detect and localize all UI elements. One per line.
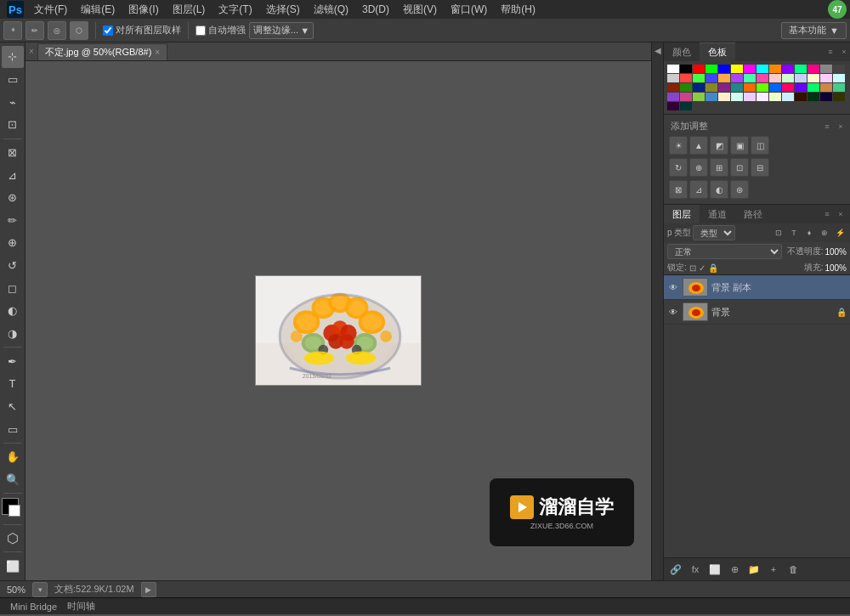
color-swatch[interactable] bbox=[731, 74, 743, 82]
color-swatch[interactable] bbox=[782, 74, 794, 82]
adj-threshold[interactable]: ◐ bbox=[710, 180, 728, 199]
color-swatch[interactable] bbox=[756, 74, 768, 82]
color-swatch[interactable] bbox=[820, 65, 832, 73]
adj-brightness[interactable]: ☀ bbox=[669, 136, 688, 155]
tab-swatches[interactable]: 色板 bbox=[700, 42, 735, 61]
layer-fx-btn[interactable]: fx bbox=[687, 561, 704, 578]
layer-new-btn[interactable]: + bbox=[765, 561, 782, 578]
color-swatch[interactable] bbox=[769, 65, 781, 73]
layer-visibility-0[interactable]: 👁 bbox=[667, 281, 679, 293]
layer-link-btn[interactable]: 🔗 bbox=[667, 561, 684, 578]
menu-file[interactable]: 文件(F) bbox=[27, 1, 74, 19]
checkbox-auto-enhance[interactable]: 自动增强 bbox=[196, 24, 246, 37]
color-swatch[interactable] bbox=[769, 74, 781, 82]
color-swatch[interactable] bbox=[756, 93, 768, 101]
layer-item-1[interactable]: 👁 背景 🔒 bbox=[664, 300, 850, 325]
doc-info-btn[interactable]: ▶ bbox=[141, 582, 156, 597]
color-swatch[interactable] bbox=[731, 93, 743, 101]
tool-lasso[interactable]: ⌁ bbox=[2, 91, 24, 113]
layers-tab-paths[interactable]: 路径 bbox=[735, 205, 771, 223]
mini-bridge-btn[interactable]: Mini Bridge bbox=[5, 602, 62, 612]
color-swatch[interactable] bbox=[718, 83, 730, 92]
color-swatch[interactable] bbox=[795, 65, 807, 73]
color-swatch[interactable] bbox=[833, 83, 845, 92]
panel-menu-icon[interactable]: ≡ bbox=[824, 46, 836, 58]
color-swatch[interactable] bbox=[782, 65, 794, 73]
color-swatch[interactable] bbox=[820, 83, 832, 92]
adj-hsl[interactable]: ↻ bbox=[669, 158, 688, 177]
blend-mode-dropdown[interactable]: 正常 bbox=[667, 244, 782, 259]
color-swatch[interactable] bbox=[693, 93, 705, 101]
layers-tab-layers[interactable]: 图层 bbox=[664, 205, 700, 223]
timeline-btn[interactable]: 时间轴 bbox=[62, 600, 100, 613]
color-swatch[interactable] bbox=[833, 93, 845, 101]
tool-shape[interactable]: ▭ bbox=[2, 418, 24, 440]
adj-close-icon[interactable]: × bbox=[835, 121, 847, 133]
color-swatch[interactable] bbox=[667, 74, 679, 82]
tool-options-brush1[interactable]: ⌖ bbox=[3, 21, 22, 40]
tab-color[interactable]: 颜色 bbox=[664, 42, 700, 61]
color-swatch[interactable] bbox=[718, 74, 730, 82]
menu-window[interactable]: 窗口(W) bbox=[444, 1, 494, 19]
color-swatch[interactable] bbox=[808, 65, 819, 73]
color-swatch[interactable] bbox=[718, 93, 730, 101]
tool-quick-mask[interactable]: ⬡ bbox=[2, 528, 24, 550]
tool-spot-heal[interactable]: ⊛ bbox=[2, 187, 24, 209]
menu-filter[interactable]: 滤镜(Q) bbox=[307, 1, 355, 19]
color-swatch[interactable] bbox=[731, 83, 743, 92]
close-btn[interactable]: × bbox=[29, 47, 34, 56]
color-swatch[interactable] bbox=[680, 102, 692, 110]
menu-edit[interactable]: 编辑(E) bbox=[74, 1, 122, 19]
menu-help[interactable]: 帮助(H) bbox=[494, 1, 542, 19]
adj-vibrance[interactable]: ◫ bbox=[751, 136, 769, 155]
tool-move[interactable]: ⊹ bbox=[2, 46, 24, 68]
filter-type-dropdown[interactable]: 类型 bbox=[693, 225, 735, 240]
workspace-dropdown[interactable]: 基本功能 ▼ bbox=[781, 22, 847, 39]
menu-layer[interactable]: 图层(L) bbox=[166, 1, 212, 19]
color-swatch[interactable] bbox=[706, 74, 717, 82]
panel-collapse-button[interactable]: ◀ bbox=[651, 42, 663, 580]
color-swatch[interactable] bbox=[667, 83, 679, 92]
color-swatch[interactable] bbox=[795, 83, 807, 92]
adj-levels[interactable]: ▲ bbox=[689, 136, 708, 155]
menu-view[interactable]: 视图(V) bbox=[396, 1, 444, 19]
color-swatch[interactable] bbox=[744, 74, 756, 82]
menu-select[interactable]: 选择(S) bbox=[259, 1, 307, 19]
color-swatch[interactable] bbox=[667, 65, 679, 73]
color-swatch[interactable] bbox=[820, 74, 832, 82]
layers-tab-channels[interactable]: 通道 bbox=[700, 205, 735, 223]
tool-gradient[interactable]: ◐ bbox=[2, 300, 24, 322]
color-swatch[interactable] bbox=[706, 93, 717, 101]
zoom-options-btn[interactable]: ▾ bbox=[32, 582, 48, 597]
color-swatch[interactable] bbox=[731, 65, 743, 73]
tool-screen-mode[interactable]: ⬜ bbox=[2, 555, 24, 577]
menu-text[interactable]: 文字(T) bbox=[212, 1, 258, 19]
document-tab[interactable]: 不定.jpg @ 50%(RGB/8#) × bbox=[37, 43, 167, 60]
layer-delete-btn[interactable]: 🗑 bbox=[785, 561, 802, 578]
tool-crop[interactable]: ⊠ bbox=[2, 142, 24, 164]
color-swatch[interactable] bbox=[744, 65, 756, 73]
filter-icon4[interactable]: ⊕ bbox=[818, 226, 831, 240]
menu-image[interactable]: 图像(I) bbox=[122, 1, 165, 19]
tool-dodge[interactable]: ◑ bbox=[2, 323, 24, 345]
color-swatch[interactable] bbox=[756, 65, 768, 73]
adj-menu-icon[interactable]: ≡ bbox=[821, 121, 833, 133]
layer-item-0[interactable]: 👁 背景 副本 bbox=[664, 275, 850, 300]
color-swatch[interactable] bbox=[808, 74, 819, 82]
tool-options-brush2[interactable]: ✏ bbox=[26, 21, 44, 40]
foreground-background-colors[interactable] bbox=[2, 498, 24, 520]
tab-close-btn[interactable]: × bbox=[155, 48, 160, 57]
lock-pixels-icon[interactable]: ⊡ bbox=[689, 263, 696, 273]
color-swatch[interactable] bbox=[833, 74, 845, 82]
filter-icon2[interactable]: T bbox=[787, 226, 801, 240]
tool-text[interactable]: T bbox=[2, 373, 24, 395]
panel-close-icon[interactable]: × bbox=[838, 46, 850, 58]
color-swatch[interactable] bbox=[795, 74, 807, 82]
layer-folder-btn[interactable]: 📁 bbox=[745, 561, 762, 578]
tool-zoom[interactable]: 🔍 bbox=[2, 468, 24, 490]
color-swatch[interactable] bbox=[680, 93, 692, 101]
color-swatch[interactable] bbox=[744, 93, 756, 101]
adj-curves[interactable]: ◩ bbox=[710, 136, 728, 155]
color-swatch[interactable] bbox=[769, 93, 781, 101]
layer-adj-btn[interactable]: ⊕ bbox=[726, 561, 743, 578]
